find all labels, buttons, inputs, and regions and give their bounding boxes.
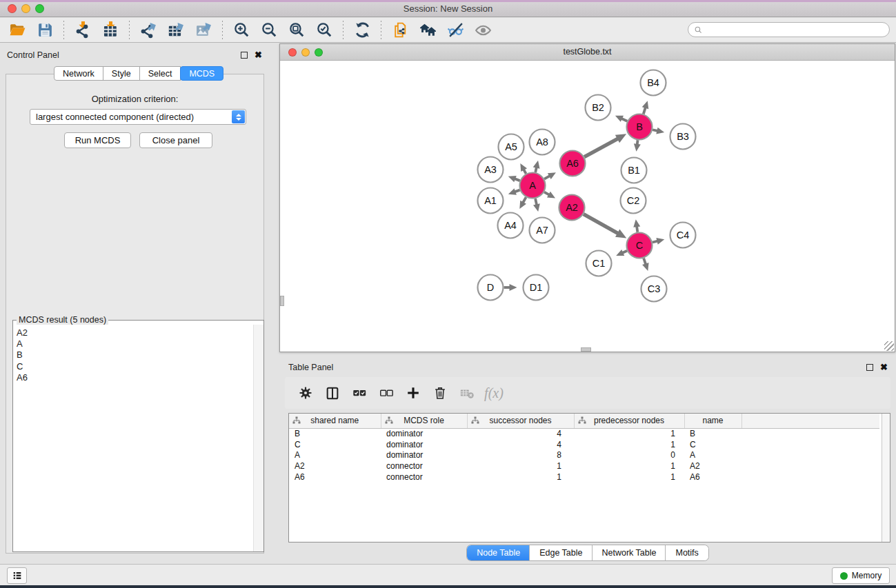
node-label-D1: D1 (530, 282, 543, 293)
result-scrollbar[interactable] (253, 325, 263, 551)
zoom-out-button[interactable] (255, 20, 283, 41)
cell[interactable]: A2 (684, 460, 741, 472)
zoom-fit-button[interactable] (283, 20, 310, 41)
optimization-criterion-select[interactable]: largest connected component (directed) (30, 109, 246, 125)
resize-grip-icon[interactable] (884, 341, 894, 351)
edge-A2-C[interactable] (584, 214, 619, 234)
cell[interactable]: 4 (467, 439, 574, 450)
add-column-button[interactable] (403, 382, 424, 404)
table-row[interactable]: Adominator80A (289, 450, 879, 461)
delete-column-button[interactable] (430, 382, 450, 404)
hide-glasses-button[interactable] (441, 20, 469, 41)
close-table-panel-icon[interactable]: ✖ (880, 364, 888, 371)
float-table-panel-icon[interactable] (866, 364, 873, 371)
cell[interactable]: dominator (381, 428, 467, 439)
open-file-button[interactable] (3, 20, 31, 41)
column-header-shared-name[interactable]: shared name (289, 414, 381, 428)
mcds-result-item[interactable]: A2 (17, 327, 253, 338)
network-graph[interactable]: AA1A2A3A4A5A6A7A8BB1B2B3B4CC1C2C3C4DD1 (280, 61, 895, 352)
task-history-button[interactable] (7, 567, 27, 584)
cell[interactable]: 1 (574, 472, 684, 483)
run-mcds-button[interactable]: Run MCDS (64, 132, 131, 148)
app-titlebar: Session: New Session (0, 0, 896, 17)
optimization-criterion-label: Optimization criterion: (6, 94, 263, 104)
float-panel-icon[interactable] (241, 52, 248, 59)
cell[interactable]: A6 (684, 472, 741, 483)
cell[interactable]: connector (381, 472, 467, 483)
network-window-titlebar[interactable]: testGlobe.txt (280, 44, 895, 61)
zoom-in-icon (233, 21, 250, 39)
mcds-result-item[interactable]: A6 (17, 372, 253, 383)
export-network-button[interactable] (135, 20, 162, 41)
import-network-button[interactable] (69, 20, 97, 41)
cell[interactable]: 1 (467, 472, 574, 483)
cell[interactable]: 1 (467, 460, 574, 472)
cell[interactable]: 1 (574, 439, 684, 450)
close-panel-icon[interactable]: ✖ (255, 52, 262, 59)
column-header-predecessor-nodes[interactable]: predecessor nodes (574, 414, 684, 428)
deselect-all-checkboxes-button[interactable] (376, 382, 397, 404)
cell[interactable]: A6 (289, 472, 381, 483)
mcds-result-item[interactable]: C (17, 361, 253, 372)
node-label-A: A (529, 180, 536, 191)
cell[interactable]: A (289, 450, 381, 461)
cell[interactable]: 4 (467, 428, 574, 439)
cell[interactable]: A2 (289, 460, 381, 472)
tab-motifs[interactable]: Motifs (665, 545, 708, 560)
cell[interactable]: A (684, 450, 741, 461)
edge-A6-B[interactable] (584, 139, 619, 157)
tab-node-table[interactable]: Node Table (467, 545, 530, 560)
cell[interactable]: B (289, 428, 381, 439)
tab-style[interactable]: Style (103, 66, 140, 81)
column-header-MCDS-role[interactable]: MCDS role (381, 414, 467, 428)
home-button[interactable] (414, 20, 441, 41)
settings-gear-button[interactable] (295, 382, 316, 404)
cell[interactable]: C (684, 439, 741, 450)
split-columns-button[interactable] (322, 382, 343, 404)
network-canvas[interactable]: AA1A2A3A4A5A6A7A8BB1B2B3B4CC1C2C3C4DD1 (280, 61, 895, 352)
cell[interactable]: 1 (574, 428, 684, 439)
select-all-checkboxes-button[interactable] (349, 382, 370, 404)
tab-select[interactable]: Select (139, 66, 181, 81)
horizontal-scrollbar-thumb[interactable] (581, 347, 591, 352)
memory-button[interactable]: Memory (832, 567, 890, 584)
cell[interactable]: 0 (574, 450, 684, 461)
clone-network-button[interactable] (386, 20, 414, 41)
mcds-result-item[interactable]: B (17, 349, 253, 361)
tab-edge-table[interactable]: Edge Table (529, 545, 592, 560)
import-table-icon (102, 21, 119, 39)
column-header-successor-nodes[interactable]: successor nodes (467, 414, 574, 428)
mcds-result-list[interactable]: A2ABCA6 (13, 325, 253, 551)
node-label-A6: A6 (566, 158, 579, 169)
column-header-name[interactable]: name (684, 414, 741, 428)
vertical-scrollbar-thumb[interactable] (280, 296, 284, 306)
tab-mcds[interactable]: MCDS (180, 66, 223, 81)
import-table-button[interactable] (97, 20, 124, 41)
tab-network[interactable]: Network (54, 66, 103, 81)
zoom-selected-button[interactable] (310, 20, 338, 41)
search-input[interactable] (688, 22, 890, 37)
table-row[interactable]: A2connector11A2 (289, 460, 879, 472)
mcds-result-item[interactable]: A (17, 338, 253, 349)
cell[interactable]: dominator (381, 439, 467, 450)
cell[interactable]: B (684, 428, 741, 439)
table-row[interactable]: Bdominator41B (289, 428, 879, 439)
refresh-network-button[interactable] (348, 20, 376, 41)
cell[interactable]: 1 (574, 460, 684, 472)
export-table-button[interactable] (162, 20, 190, 41)
edge-arrowhead (533, 161, 540, 169)
cell[interactable]: connector (381, 460, 467, 472)
table-row[interactable]: Cdominator41C (289, 439, 879, 450)
zoom-in-button[interactable] (228, 20, 255, 41)
table-row[interactable]: A6connector11A6 (289, 472, 879, 483)
cell[interactable]: dominator (381, 450, 467, 461)
show-eye-button[interactable] (469, 20, 497, 41)
export-image-button[interactable] (190, 20, 217, 41)
save-session-button[interactable] (31, 20, 59, 41)
tab-network-table[interactable]: Network Table (592, 545, 666, 560)
node-label-A2: A2 (566, 202, 578, 213)
table-scrollbar[interactable] (882, 414, 890, 542)
close-panel-button[interactable]: Close panel (139, 132, 212, 148)
cell[interactable]: 8 (467, 450, 574, 461)
cell[interactable]: C (289, 439, 381, 450)
